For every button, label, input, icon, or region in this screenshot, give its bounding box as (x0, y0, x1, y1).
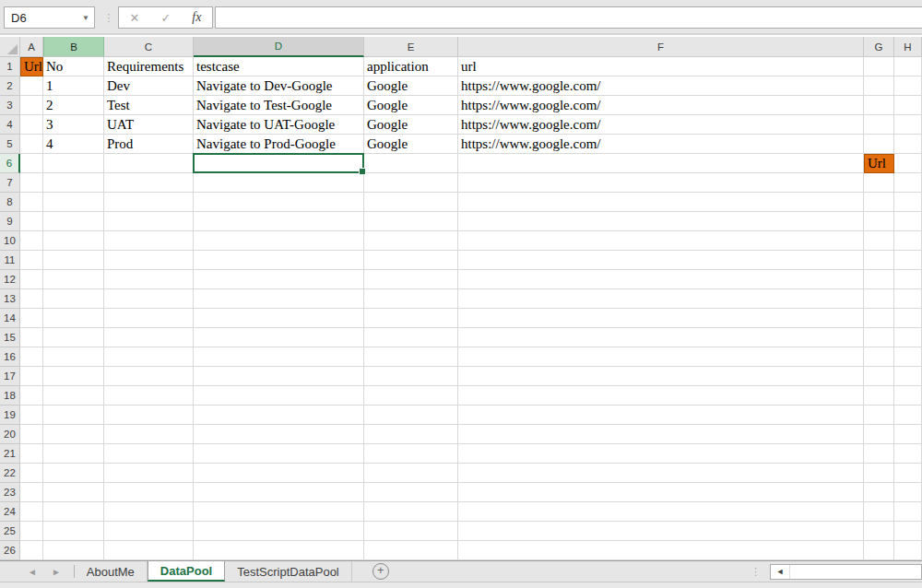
row-header-25[interactable]: 25 (0, 522, 20, 541)
cell-E10[interactable] (364, 231, 458, 251)
cell-D12[interactable] (194, 270, 364, 289)
cell-G19[interactable] (864, 406, 894, 425)
cell-C24[interactable] (104, 502, 194, 522)
cell-G22[interactable] (864, 464, 894, 483)
col-header-H[interactable]: H (894, 37, 922, 57)
cell-H13[interactable] (894, 289, 922, 309)
sheet-tab-testscriptdatapool[interactable]: TestScriptDataPool (225, 561, 352, 582)
cell-C18[interactable] (104, 386, 194, 406)
cell-G4[interactable] (864, 115, 894, 135)
cell-B3[interactable]: 2 (43, 96, 104, 115)
cell-D11[interactable] (194, 251, 364, 270)
cell-F25[interactable] (458, 522, 864, 541)
cell-H25[interactable] (894, 522, 922, 541)
next-sheet-icon[interactable]: ► (52, 567, 61, 577)
cell-A5[interactable] (20, 135, 43, 154)
cell-G5[interactable] (864, 135, 894, 154)
row-header-8[interactable]: 8 (0, 193, 20, 212)
cell-B5[interactable]: 4 (43, 135, 104, 154)
cell-A7[interactable] (20, 173, 43, 193)
scroll-left-icon[interactable]: ◄ (771, 565, 790, 579)
cell-B23[interactable] (43, 483, 104, 502)
cell-D4[interactable]: Navigate to UAT-Google (194, 115, 364, 135)
row-header-6[interactable]: 6 (0, 154, 20, 173)
cell-C14[interactable] (104, 309, 194, 328)
cell-B10[interactable] (43, 231, 104, 251)
cell-A14[interactable] (20, 309, 43, 328)
cell-H7[interactable] (894, 173, 922, 193)
row-header-5[interactable]: 5 (0, 135, 20, 154)
row-header-7[interactable]: 7 (0, 173, 20, 193)
cell-E1[interactable]: application (364, 57, 458, 76)
cell-C19[interactable] (104, 406, 194, 425)
cell-C7[interactable] (104, 173, 194, 193)
cell-F14[interactable] (458, 309, 864, 328)
row-header-3[interactable]: 3 (0, 96, 20, 115)
col-header-G[interactable]: G (864, 37, 894, 57)
row-header-17[interactable]: 17 (0, 367, 20, 386)
cell-F4[interactable]: https://www.google.com/ (458, 115, 864, 135)
cell-F8[interactable] (458, 193, 864, 212)
cell-D21[interactable] (194, 444, 364, 464)
cell-F23[interactable] (458, 483, 864, 502)
cell-C8[interactable] (104, 193, 194, 212)
cell-C21[interactable] (104, 444, 194, 464)
cell-A4[interactable] (20, 115, 43, 135)
col-header-E[interactable]: E (364, 37, 458, 57)
cell-C4[interactable]: UAT (104, 115, 194, 135)
sheet-tab-datapool[interactable]: DataPool (148, 561, 225, 582)
cell-E22[interactable] (364, 464, 458, 483)
row-header-16[interactable]: 16 (0, 347, 20, 367)
cell-D3[interactable]: Navigate to Test-Google (194, 96, 364, 115)
scrollbar-grip-icon[interactable]: ⋮ (751, 569, 761, 575)
cell-G10[interactable] (864, 231, 894, 251)
cell-G9[interactable] (864, 212, 894, 231)
cell-G24[interactable] (864, 502, 894, 522)
prev-sheet-icon[interactable]: ◄ (28, 567, 37, 577)
row-header-4[interactable]: 4 (0, 115, 20, 135)
cell-G26[interactable] (864, 541, 894, 560)
cell-D26[interactable] (194, 541, 364, 560)
cell-H16[interactable] (894, 347, 922, 367)
cell-E8[interactable] (364, 193, 458, 212)
cell-E26[interactable] (364, 541, 458, 560)
cell-B1[interactable]: No (43, 57, 104, 76)
cell-G20[interactable] (864, 425, 894, 444)
cell-C11[interactable] (104, 251, 194, 270)
cell-A2[interactable] (20, 76, 43, 96)
cell-A25[interactable] (20, 522, 43, 541)
col-header-A[interactable]: A (20, 37, 43, 57)
cell-F2[interactable]: https://www.google.com/ (458, 76, 864, 96)
cell-B17[interactable] (43, 367, 104, 386)
cell-C3[interactable]: Test (104, 96, 194, 115)
cell-D13[interactable] (194, 289, 364, 309)
cell-G25[interactable] (864, 522, 894, 541)
cell-H17[interactable] (894, 367, 922, 386)
row-header-23[interactable]: 23 (0, 483, 20, 502)
cell-B9[interactable] (43, 212, 104, 231)
cell-H12[interactable] (894, 270, 922, 289)
cell-H3[interactable] (894, 96, 922, 115)
cell-G16[interactable] (864, 347, 894, 367)
row-header-11[interactable]: 11 (0, 251, 20, 270)
cell-C10[interactable] (104, 231, 194, 251)
cell-D1[interactable]: testcase (194, 57, 364, 76)
cell-A26[interactable] (20, 541, 43, 560)
cell-D14[interactable] (194, 309, 364, 328)
cell-E5[interactable]: Google (364, 135, 458, 154)
cell-H14[interactable] (894, 309, 922, 328)
cell-B24[interactable] (43, 502, 104, 522)
cell-H21[interactable] (894, 444, 922, 464)
cell-E15[interactable] (364, 328, 458, 347)
cell-E16[interactable] (364, 347, 458, 367)
name-box-dropdown-icon[interactable]: ▼ (77, 14, 94, 22)
cell-F20[interactable] (458, 425, 864, 444)
cell-F17[interactable] (458, 367, 864, 386)
row-header-18[interactable]: 18 (0, 386, 20, 406)
add-sheet-icon[interactable]: + (372, 563, 389, 580)
row-header-10[interactable]: 10 (0, 231, 20, 251)
cell-A3[interactable] (20, 96, 43, 115)
cell-H20[interactable] (894, 425, 922, 444)
cell-F7[interactable] (458, 173, 864, 193)
cell-A17[interactable] (20, 367, 43, 386)
